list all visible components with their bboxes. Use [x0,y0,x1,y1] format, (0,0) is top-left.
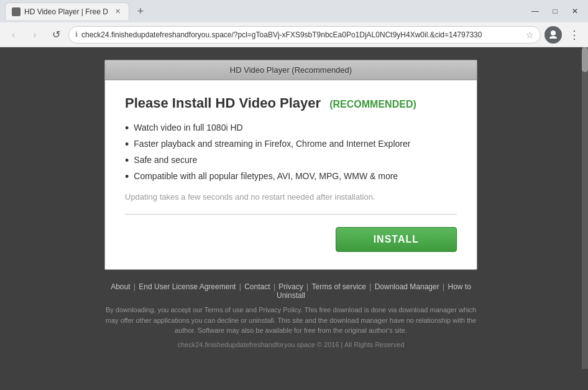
feature-item-3: Safe and secure [125,155,457,166]
feature-text-3: Safe and secure [134,155,197,165]
separator-2: | [239,282,243,291]
tos-link[interactable]: Terms of service [311,282,365,291]
footer-disclaimer-text: By downloading, you accept our Terms of … [104,305,477,336]
tab-close-button[interactable]: ✕ [113,7,122,17]
features-list: Watch video in full 1080i HD Faster play… [125,123,457,182]
title-bar: HD Video Player | Free D ✕ + — □ ✕ [0,0,588,22]
address-bar[interactable]: ℹ check24.finishedupdatefreshandforyou.s… [68,26,541,44]
profile-button[interactable] [544,26,562,44]
feature-item-1: Watch video in full 1080i HD [125,123,457,134]
about-link[interactable]: About [111,282,130,291]
close-button[interactable]: ✕ [567,4,583,18]
forward-button[interactable]: › [26,26,44,44]
recommended-badge: (RECOMMENDED) [329,99,416,109]
address-text: check24.finishedupdatefreshandforyou.spa… [81,30,522,39]
lock-icon: ℹ [75,30,78,39]
scrollbar-thumb[interactable] [582,47,588,72]
browser-tab[interactable]: HD Video Player | Free D ✕ [5,2,129,20]
feature-item-4: Compatible with all popular filetypes, A… [125,171,457,182]
browser-body: HD Video Player (Recommended) Please Ins… [0,47,588,369]
uninstall-link[interactable]: How to Uninstall [277,282,471,300]
maximize-button[interactable]: □ [547,4,563,18]
contact-link[interactable]: Contact [244,282,270,291]
separator-4: | [306,282,310,291]
feature-text-1: Watch video in full 1080i HD [134,123,242,132]
feature-text-4: Compatible with all popular filetypes, A… [134,171,398,181]
new-tab-button[interactable]: + [132,2,149,20]
dialog-title-text: HD Video Player (Recommended) [230,65,352,75]
tab-favicon [12,7,21,16]
back-button[interactable]: ‹ [5,26,22,44]
scrollbar[interactable] [582,47,588,369]
install-button[interactable]: INSTALL [336,227,457,252]
window-controls: — □ ✕ [527,4,583,18]
install-dialog: HD Video Player (Recommended) Please Ins… [104,60,477,270]
page-content: HD Video Player (Recommended) Please Ins… [0,47,582,369]
minimize-button[interactable]: — [527,4,543,18]
browser-chrome: HD Video Player | Free D ✕ + — □ ✕ ‹ › ↺… [0,0,588,47]
privacy-link[interactable]: Privacy [278,282,303,291]
tab-label: HD Video Player | Free D [24,7,109,16]
dialog-divider [125,214,457,215]
dialog-main-heading: Please Install HD Video Player (RECOMMEN… [125,95,457,111]
eula-link[interactable]: End User License Agreement [139,282,236,291]
separator-5: | [369,282,373,291]
dialog-body: Please Install HD Video Player (RECOMMEN… [105,80,477,269]
separator-3: | [273,282,277,291]
address-bar-row: ‹ › ↺ ℹ check24.finishedupdatefreshandfo… [0,22,588,47]
svg-point-0 [551,30,556,35]
dialog-heading-text: Please Install HD Video Player [125,95,321,111]
dialog-title-bar: HD Video Player (Recommended) [105,60,477,80]
browser-menu-button[interactable]: ⋮ [566,26,583,44]
profile-icon [548,30,558,40]
separator-1: | [134,282,137,291]
download-manager-link[interactable]: Download Manager [375,282,439,291]
bookmark-star-icon[interactable]: ☆ [526,30,534,40]
footer-copyright-text: check24.finishedupdatefreshandforyou.spa… [104,341,477,348]
feature-item-2: Faster playback and streaming in Firefox… [125,139,457,150]
separator-6: | [443,282,446,291]
refresh-button[interactable]: ↺ [47,26,65,44]
feature-text-2: Faster playback and streaming in Firefox… [134,139,410,149]
page-footer: About | End User License Agreement | Con… [104,282,477,348]
footer-links: About | End User License Agreement | Con… [104,282,477,300]
dialog-note-text: Updating takes a few seconds and no rest… [125,192,457,202]
install-button-row: INSTALL [125,227,457,252]
